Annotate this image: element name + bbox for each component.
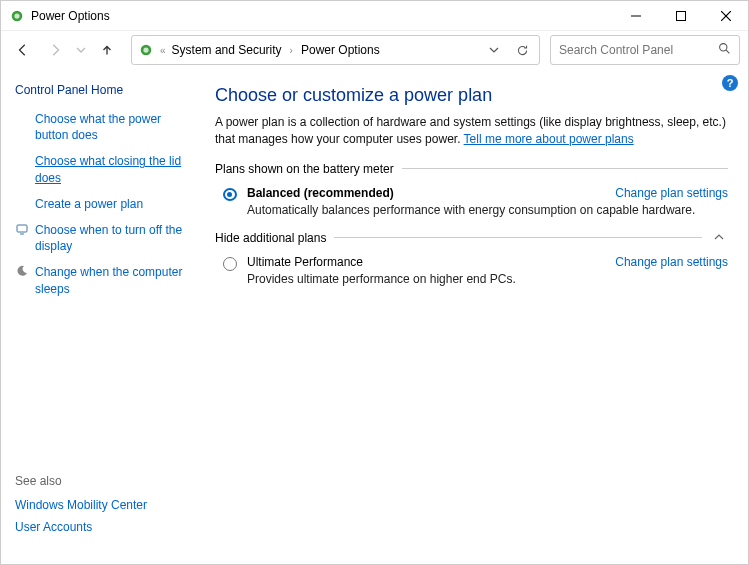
control-panel-icon xyxy=(138,42,154,58)
breadcrumb-sep-icon: « xyxy=(160,45,166,56)
page-heading: Choose or customize a power plan xyxy=(215,85,728,106)
help-icon[interactable]: ? xyxy=(722,75,738,91)
minimize-button[interactable] xyxy=(613,1,658,31)
control-panel-home-link[interactable]: Control Panel Home xyxy=(15,83,193,97)
svg-point-8 xyxy=(720,44,727,51)
plan-ultimate-desc: Provides ultimate performance on higher … xyxy=(247,272,728,286)
moon-icon xyxy=(15,264,29,278)
maximize-button[interactable] xyxy=(658,1,703,31)
footer-link-mobility-center[interactable]: Windows Mobility Center xyxy=(15,498,193,512)
plan-balanced-desc: Automatically balances performance with … xyxy=(247,203,728,217)
breadcrumb-level2[interactable]: Power Options xyxy=(301,43,380,57)
nav-bar: « System and Security › Power Options xyxy=(1,31,748,69)
svg-point-7 xyxy=(143,47,148,52)
sidebar-link-create-plan[interactable]: Create a power plan xyxy=(15,196,193,212)
search-box[interactable] xyxy=(550,35,740,65)
sidebar: Control Panel Home Choose what the power… xyxy=(1,69,201,564)
svg-line-9 xyxy=(726,50,729,53)
footer-link-user-accounts[interactable]: User Accounts xyxy=(15,520,193,534)
forward-button[interactable] xyxy=(41,36,69,64)
sidebar-link-power-button[interactable]: Choose what the power button does xyxy=(15,111,193,143)
chevron-right-icon: › xyxy=(290,45,293,56)
breadcrumb-level1[interactable]: System and Security xyxy=(172,43,282,57)
learn-more-link[interactable]: Tell me more about power plans xyxy=(464,132,634,146)
title-bar: Power Options xyxy=(1,1,748,31)
group-header-additional[interactable]: Hide additional plans xyxy=(215,231,728,245)
page-description: A power plan is a collection of hardware… xyxy=(215,114,728,148)
refresh-button[interactable] xyxy=(511,44,533,57)
change-settings-balanced[interactable]: Change plan settings xyxy=(595,186,728,200)
radio-balanced[interactable] xyxy=(223,188,237,201)
search-input[interactable] xyxy=(559,43,718,57)
chevron-up-icon[interactable] xyxy=(710,232,728,244)
up-button[interactable] xyxy=(93,36,121,64)
window-title: Power Options xyxy=(31,9,613,23)
radio-ultimate[interactable] xyxy=(223,257,237,271)
address-dropdown-button[interactable] xyxy=(483,45,505,55)
power-options-icon xyxy=(9,8,25,24)
sidebar-link-turn-off-display[interactable]: Choose when to turn off the display xyxy=(15,222,193,254)
back-button[interactable] xyxy=(9,36,37,64)
sidebar-link-closing-lid[interactable]: Choose what closing the lid does xyxy=(15,153,193,185)
search-icon[interactable] xyxy=(718,42,731,58)
close-button[interactable] xyxy=(703,1,748,31)
display-icon xyxy=(15,222,29,236)
recent-locations-button[interactable] xyxy=(73,36,89,64)
plan-balanced-title: Balanced (recommended) xyxy=(247,186,394,200)
see-also-label: See also xyxy=(15,474,193,488)
address-bar[interactable]: « System and Security › Power Options xyxy=(131,35,540,65)
change-settings-ultimate[interactable]: Change plan settings xyxy=(595,255,728,269)
svg-rect-3 xyxy=(676,11,685,20)
sidebar-link-computer-sleeps[interactable]: Change when the computer sleeps xyxy=(15,264,193,296)
group-header-shown: Plans shown on the battery meter xyxy=(215,162,728,176)
svg-rect-10 xyxy=(17,225,27,232)
svg-point-1 xyxy=(14,13,19,18)
main-content: ? Choose or customize a power plan A pow… xyxy=(201,69,748,564)
plan-ultimate-title: Ultimate Performance xyxy=(247,255,363,269)
